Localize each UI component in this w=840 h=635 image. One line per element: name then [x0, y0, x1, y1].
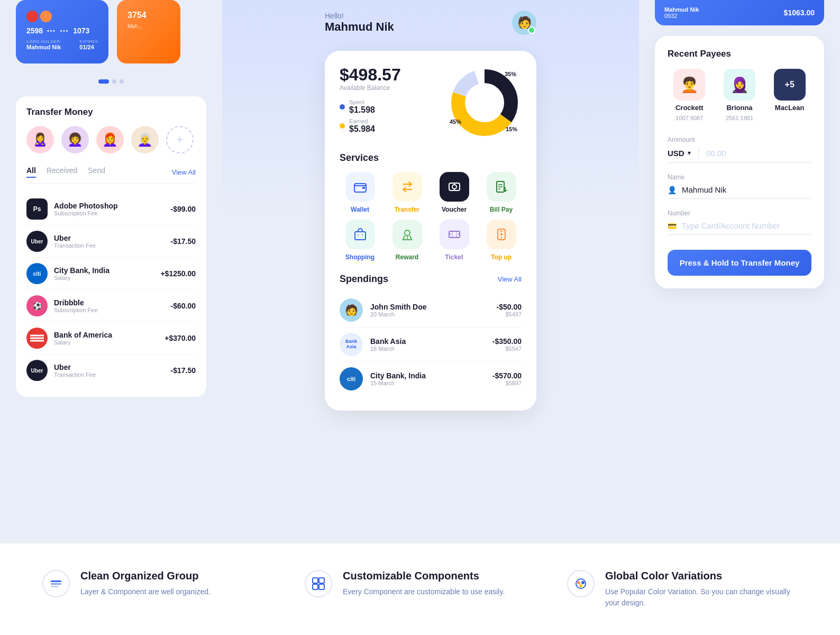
balance-chart-row: $498.57 Available Balance Spent $1.598	[340, 66, 522, 140]
spending-info: Bank Asia 18 March	[370, 337, 485, 352]
custom-desc: Every Component are customizable to use …	[343, 586, 505, 597]
transaction-item[interactable]: Uber Uber Transaction Fee -$17.50	[26, 355, 196, 386]
credit-card-orange[interactable]: 3754 Mah...	[117, 0, 180, 64]
header-greeting: Hello!	[325, 12, 394, 20]
tab-all[interactable]: All	[26, 166, 36, 178]
avatar-item-3[interactable]: 👩‍🦰	[96, 126, 124, 153]
maclean-avatar: +5	[774, 69, 806, 101]
avatar-item-2[interactable]: 👩‍🦱	[61, 126, 89, 153]
service-reward[interactable]: Reward	[387, 220, 427, 261]
amount-placeholder[interactable]: 00.00	[706, 149, 726, 158]
top-card-strip: Mahmud Nik 0932 $1063.00	[655, 0, 824, 25]
transaction-item[interactable]: citi City Bank, India Salary +$1250.00	[26, 258, 196, 290]
spendings-header: Spendings View All	[340, 274, 522, 285]
chart-label-35: 35%	[505, 71, 516, 77]
tx-name: City Bank, India	[54, 266, 154, 275]
avatar-add-button[interactable]: +	[166, 126, 194, 153]
service-topup[interactable]: Top up	[481, 220, 522, 261]
tx-name: Adobe Photoshop	[54, 202, 165, 210]
payee-crockett[interactable]: 🧑‍🦱 Crockett 1007 9087	[668, 69, 711, 121]
colors-desc: Use Popular Color Variation. So you can …	[605, 586, 798, 609]
tab-received[interactable]: Received	[47, 166, 77, 178]
transaction-item[interactable]: ⚽ Dribbble Subscription Fee -$60.00	[26, 290, 196, 322]
tx-info: Adobe Photoshop Subscription Fee	[54, 202, 165, 216]
clean-icon	[42, 570, 70, 597]
card-logo-orange	[40, 11, 52, 22]
recent-payees-title: Recent Payees	[668, 49, 811, 59]
card-icon: 💳	[668, 222, 677, 230]
feature-colors: Global Color Variations Use Popular Colo…	[567, 570, 798, 609]
avatar-item-1[interactable]: 🙎‍♀️	[26, 126, 54, 153]
chart-label-45: 45%	[450, 119, 461, 125]
custom-title: Customizable Components	[343, 570, 505, 582]
spendings-view-all[interactable]: View All	[498, 275, 522, 283]
service-transfer[interactable]: Transfer	[387, 172, 427, 213]
wallet-icon-box	[345, 172, 375, 202]
tx-sub: Salary	[54, 339, 158, 346]
spending-name: City Bank, India	[370, 371, 485, 380]
spending-sub-amount: $5897	[492, 380, 522, 386]
spending-avatar-bank-asia: BankAsia	[340, 333, 363, 356]
service-shopping[interactable]: Shopping	[340, 220, 380, 261]
spending-main-amount: -$50.00	[497, 303, 522, 311]
tx-amount: +$370.00	[165, 334, 196, 342]
spending-item[interactable]: 🧑 John Smith Doe 20 March -$50.00 $5497	[340, 293, 522, 328]
spent-dot	[340, 104, 345, 110]
header-avatar[interactable]: 🧑	[512, 11, 536, 35]
person-icon: 👤	[668, 186, 677, 194]
payee-brionna[interactable]: 🧕 Brionna 2561 1881	[718, 69, 762, 121]
tx-icon-uber2: Uber	[26, 360, 48, 381]
spent-label: Spent	[349, 99, 375, 105]
voucher-label: Voucher	[442, 206, 467, 213]
service-wallet[interactable]: Wallet	[340, 172, 380, 213]
tx-amount: -$60.00	[171, 302, 196, 310]
tx-amount: -$99.00	[171, 205, 196, 213]
avatar-circle-1: 🙎‍♀️	[26, 126, 54, 153]
right-main-card: Recent Payees 🧑‍🦱 Crockett 1007 9087 🧕 B…	[655, 36, 824, 288]
spending-item[interactable]: BankAsia Bank Asia 18 March -$350.00 $55…	[340, 328, 522, 362]
number-placeholder[interactable]: Type Card/Account Number	[682, 221, 780, 230]
transaction-item[interactable]: Ps Adobe Photoshop Subscription Fee -$99…	[26, 193, 196, 225]
tx-amount: -$17.50	[171, 237, 196, 246]
spending-date: 20 March	[370, 311, 489, 318]
payee-maclean[interactable]: +5 MacLean	[768, 69, 811, 121]
number-form-group: Number 💳 Type Card/Account Number	[668, 210, 811, 235]
app-header: Hello! Mahmud Nik 🧑	[325, 0, 536, 51]
number-input-row: 💳 Type Card/Account Number	[668, 221, 811, 235]
clean-title: Clean Organized Group	[80, 570, 211, 582]
name-value[interactable]: Mahmud Nik	[682, 185, 726, 194]
topup-label: Top up	[491, 253, 512, 261]
service-billpay[interactable]: Bill Pay	[481, 172, 522, 213]
spending-item[interactable]: citi City Bank, India 15 March -$570.00 …	[340, 362, 522, 396]
clean-desc: Layer & Component are well organized.	[80, 586, 211, 597]
middle-panel: Hello! Mahmud Nik 🧑 $498.57 Available Ba…	[222, 0, 639, 543]
svg-rect-28	[313, 578, 318, 583]
service-voucher[interactable]: Voucher	[434, 172, 474, 213]
credit-card-blue[interactable]: 2598 ••• ••• 1073 CARD HOLDER Mahmud Nik…	[16, 0, 108, 64]
transaction-item[interactable]: Bank of America Salary +$370.00	[26, 322, 196, 355]
crockett-name: Crockett	[675, 104, 704, 112]
tx-info: Uber Transaction Fee	[54, 363, 165, 378]
avatar-item-4[interactable]: 👩‍🦳	[131, 126, 159, 153]
card-expiry-label: EXPIRES	[79, 39, 98, 44]
tx-info: Bank of America Salary	[54, 331, 158, 346]
tx-icon-dribbble: ⚽	[26, 295, 48, 316]
chevron-down-icon: ▾	[688, 149, 691, 157]
transfer-money-section: Transfer Money 🙎‍♀️ 👩‍🦱 👩‍🦰 👩‍🦳	[16, 96, 206, 397]
view-all-link[interactable]: View All	[172, 168, 196, 176]
svg-point-35	[579, 584, 582, 587]
transfer-money-button[interactable]: Press & Hold to Transfer Money	[668, 250, 811, 276]
tx-sub: Transaction Fee	[54, 242, 165, 249]
top-card-amount: $1063.00	[784, 8, 815, 17]
svg-rect-19	[449, 231, 460, 238]
donut-chart: 35% 45% 15%	[448, 66, 522, 140]
tab-send[interactable]: Send	[88, 166, 105, 178]
tx-sub: Salary	[54, 275, 154, 281]
main-card: $498.57 Available Balance Spent $1.598	[325, 51, 536, 411]
currency-selector[interactable]: USD ▾	[668, 149, 691, 158]
balance-info: $498.57 Available Balance Spent $1.598	[340, 66, 401, 137]
tx-name: Bank of America	[54, 331, 158, 339]
transaction-item[interactable]: Uber Uber Transaction Fee -$17.50	[26, 225, 196, 258]
service-ticket[interactable]: Ticket	[434, 220, 474, 261]
svg-rect-31	[319, 584, 324, 589]
